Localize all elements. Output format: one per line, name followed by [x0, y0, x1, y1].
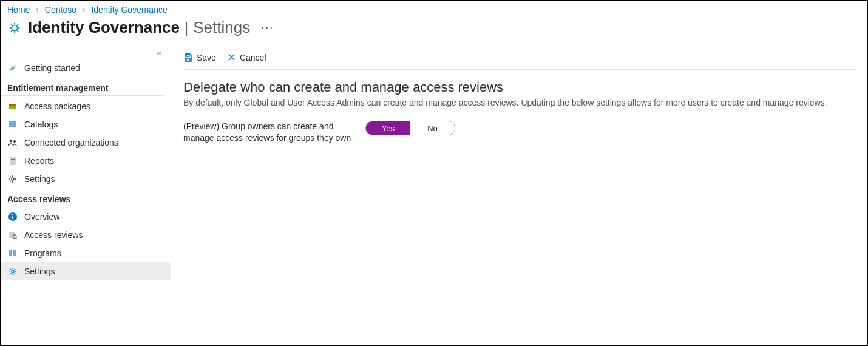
- page-title-sub: Settings: [193, 18, 250, 37]
- sidebar-item-ent-settings[interactable]: Settings: [1, 170, 171, 188]
- sidebar-item-access-packages[interactable]: Access packages: [1, 97, 171, 115]
- sidebar-section-entitlement: Entitlement management: [1, 77, 164, 96]
- svg-rect-3: [9, 104, 16, 106]
- sidebar-item-label: Reports: [24, 156, 54, 166]
- gear-icon: [7, 266, 18, 277]
- info-icon: [7, 211, 18, 222]
- sidebar-item-label: Settings: [24, 266, 55, 276]
- breadcrumb: Home › Contoso › Identity Governance: [1, 1, 867, 16]
- sidebar-item-label: Connected organizations: [24, 138, 118, 148]
- rocket-icon: [7, 63, 18, 73]
- setting-label: (Preview) Group owners can create and ma…: [183, 121, 365, 144]
- breadcrumb-home[interactable]: Home: [7, 5, 30, 15]
- breadcrumb-contoso[interactable]: Contoso: [45, 5, 76, 15]
- sidebar-item-ar-settings[interactable]: Settings: [1, 262, 171, 280]
- svg-rect-19: [9, 250, 12, 256]
- sidebar-item-reports[interactable]: Reports: [1, 152, 171, 170]
- title-separator: |: [185, 19, 188, 36]
- section-heading: Delegate who can create and manage acces…: [183, 80, 857, 95]
- page-header: Identity Governance | Settings ···: [1, 16, 867, 46]
- cancel-button-label: Cancel: [240, 53, 266, 63]
- sidebar-item-label: Programs: [24, 248, 61, 258]
- svg-point-21: [12, 270, 14, 273]
- sidebar-item-label: Catalogs: [24, 120, 58, 129]
- svg-point-0: [12, 25, 17, 30]
- chevron-right-icon: ›: [36, 5, 39, 15]
- svg-rect-11: [11, 161, 15, 161]
- toggle-option-yes[interactable]: Yes: [366, 121, 410, 135]
- sidebar-item-label: Settings: [24, 174, 55, 184]
- sidebar-item-programs[interactable]: Programs: [1, 244, 171, 262]
- sidebar-item-catalogs[interactable]: Catalogs: [1, 115, 171, 134]
- toggle-option-no[interactable]: No: [410, 121, 455, 135]
- sidebar: « Getting started Entitlement management…: [1, 46, 171, 341]
- chevron-right-icon: ›: [83, 5, 86, 15]
- sidebar-section-access-reviews: Access reviews: [1, 188, 164, 206]
- svg-point-1: [13, 66, 15, 67]
- page-title-main: Identity Governance: [28, 18, 180, 37]
- svg-point-7: [10, 140, 12, 142]
- svg-rect-10: [11, 159, 15, 160]
- catalog-icon: [7, 119, 18, 130]
- svg-line-18: [16, 238, 17, 239]
- identity-governance-icon: [7, 21, 22, 35]
- yes-no-toggle[interactable]: Yes No: [365, 121, 455, 135]
- package-icon: [7, 101, 18, 112]
- svg-rect-23: [186, 58, 190, 61]
- sidebar-item-overview[interactable]: Overview: [1, 208, 171, 226]
- save-button[interactable]: Save: [183, 53, 216, 63]
- toolbar: Save Cancel: [183, 46, 857, 70]
- review-icon: [7, 229, 18, 240]
- collapse-sidebar-button[interactable]: «: [157, 48, 161, 58]
- svg-point-15: [12, 214, 13, 215]
- sidebar-item-getting-started[interactable]: Getting started: [1, 59, 171, 77]
- sidebar-item-connected-orgs[interactable]: Connected organizations: [1, 134, 171, 152]
- save-icon: [183, 53, 193, 63]
- sidebar-item-label: Access reviews: [24, 230, 83, 240]
- svg-rect-4: [9, 121, 12, 127]
- svg-rect-20: [13, 250, 16, 256]
- close-icon: [227, 53, 236, 62]
- breadcrumb-identity-governance[interactable]: Identity Governance: [91, 5, 167, 15]
- sidebar-item-access-reviews[interactable]: Access reviews: [1, 226, 171, 244]
- svg-rect-22: [186, 54, 189, 56]
- svg-rect-6: [15, 121, 16, 127]
- sidebar-item-label: Access packages: [24, 101, 90, 111]
- programs-icon: [7, 248, 18, 259]
- gear-icon: [7, 174, 18, 185]
- sidebar-item-label: Overview: [24, 212, 59, 222]
- save-button-label: Save: [197, 53, 216, 63]
- report-icon: [7, 155, 18, 166]
- setting-row-group-owners: (Preview) Group owners can create and ma…: [183, 121, 857, 144]
- section-description: By default, only Global and User Access …: [183, 98, 857, 107]
- people-icon: [7, 137, 18, 148]
- more-actions-button[interactable]: ···: [261, 21, 274, 34]
- svg-rect-14: [12, 216, 13, 219]
- cancel-button[interactable]: Cancel: [227, 53, 266, 63]
- svg-rect-5: [12, 121, 15, 127]
- sidebar-item-label: Getting started: [24, 63, 80, 73]
- main-content: Save Cancel Delegate who can create and …: [171, 46, 867, 341]
- svg-point-8: [13, 140, 16, 143]
- svg-point-12: [12, 178, 14, 180]
